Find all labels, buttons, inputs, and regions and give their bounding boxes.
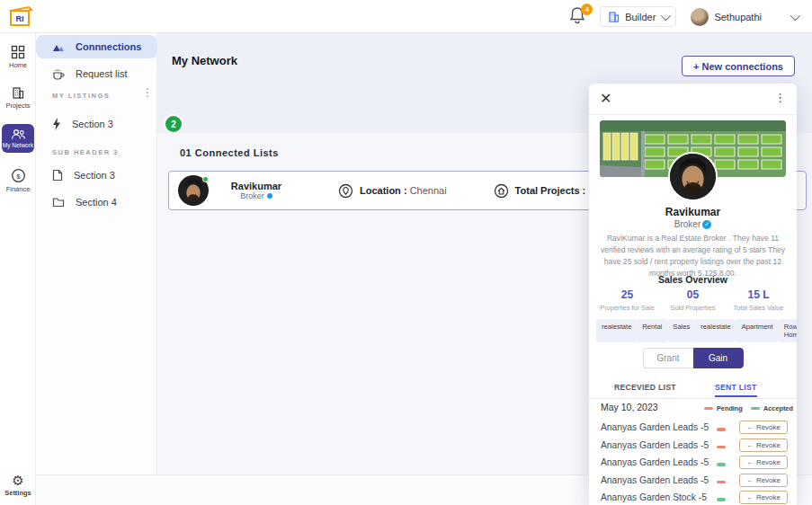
list-date: May 10, 2023 xyxy=(601,402,658,412)
tag-pill[interactable]: realestate xyxy=(695,319,736,342)
modal-kebab-icon[interactable]: ⋮ xyxy=(774,91,786,104)
broker-profile-modal: ✕ ⋮ xyxy=(589,84,797,505)
revoke-button[interactable]: ← Revoke xyxy=(739,491,788,504)
profile-avatar xyxy=(668,152,718,201)
sent-list-row: Ananyas Garden Leads -5 ← Revoke xyxy=(589,455,797,473)
sidebar-header-my-listings: MY LISTINGS xyxy=(52,92,110,100)
broker-name: Ravikumar xyxy=(218,181,295,191)
status-dash-icon xyxy=(717,428,726,431)
location-icon xyxy=(338,183,353,199)
rail-label-home: Home xyxy=(9,61,27,69)
sidebar-item-section3[interactable]: Section 3 xyxy=(36,112,157,136)
sidebar-label-request-list: Request list xyxy=(76,68,127,79)
my-listings-kebab-icon[interactable]: ⋮ xyxy=(142,87,153,98)
role-label: Builder xyxy=(625,12,656,22)
new-connections-button[interactable]: + New connections xyxy=(682,56,795,76)
modal-header: ✕ ⋮ xyxy=(589,84,797,115)
rail-item-finance[interactable]: $ Finance xyxy=(0,168,36,193)
tab-received-list[interactable]: RECEVIED LIST xyxy=(614,383,676,392)
sidebar-item-section4[interactable]: Section 4 xyxy=(36,190,157,214)
rail-item-my-network[interactable]: My Network xyxy=(2,124,34,153)
sidebar-label-section3b: Section 3 xyxy=(74,170,115,181)
user-avatar xyxy=(691,8,709,26)
dollar-circle-icon: $ xyxy=(11,168,26,183)
revoke-button[interactable]: ← Revoke xyxy=(739,421,788,434)
lightning-icon xyxy=(52,118,61,130)
section3-count-badge: 2 xyxy=(165,116,182,132)
projects-circle-icon xyxy=(494,183,509,199)
status-dash-icon xyxy=(717,463,726,466)
broker-location: Location : Chennai xyxy=(338,183,447,199)
list-tabs: RECEVIED LIST SENT LIST xyxy=(589,380,797,399)
legend-pending: Pending xyxy=(704,404,743,412)
secondary-sidebar: Connnections Request list MY LISTINGS ⋮ … xyxy=(36,33,157,474)
verified-dot-icon xyxy=(267,193,272,199)
back-arrow-icon: ← xyxy=(746,493,754,501)
rail-item-home[interactable]: Home xyxy=(0,45,36,69)
profile-role: Broker✓ xyxy=(589,219,797,229)
sidebar-item-request-list[interactable]: Request list xyxy=(36,62,157,85)
rail-label-settings: Settings xyxy=(4,489,31,497)
sent-list-row: Ananyas Garden Leads -5 ← Revoke xyxy=(589,473,797,491)
close-icon[interactable]: ✕ xyxy=(600,90,611,107)
building-icon xyxy=(608,11,620,22)
sidebar-label-section3: Section 3 xyxy=(72,119,113,129)
icon-rail: Home Projects My Network $ Finance ⚙ Set… xyxy=(0,33,36,505)
tag-pill[interactable]: Apartment xyxy=(736,319,779,342)
revoke-button[interactable]: ← Revoke xyxy=(739,439,788,452)
gear-icon: ⚙ xyxy=(12,474,23,487)
legend-accepted: Accepted xyxy=(751,404,793,412)
sidebar-item-section3b[interactable]: Section 3 xyxy=(36,164,157,187)
profile-description: RaviKumar is a Real Estate Broker . They… xyxy=(596,233,790,279)
gain-button[interactable]: Gain xyxy=(693,348,744,368)
home-grid-icon xyxy=(11,45,25,59)
top-header: RI 4 Builder Sethupathi xyxy=(0,0,812,33)
tag-pill[interactable]: realestate xyxy=(596,319,637,342)
sent-list: Ananyas Garden Leads -5 ← Revoke Ananyas… xyxy=(589,420,797,505)
rail-label-my-network: My Network xyxy=(3,142,33,148)
chevron-down-icon xyxy=(790,10,800,20)
date-legend-row: May 10, 2023 Pending Accepted xyxy=(589,400,797,416)
sidebar-item-connections[interactable]: Connnections xyxy=(36,35,157,58)
logo-text: RI xyxy=(16,14,24,23)
broker-total-projects: Total Projects : 112 xyxy=(494,183,604,199)
sales-stats: 25 Properties for Sale 05 Sold Propertie… xyxy=(594,288,791,312)
sidebar-label-connections: Connnections xyxy=(76,41,141,52)
file-icon xyxy=(52,169,63,182)
tag-pill[interactable]: Rental xyxy=(637,319,667,342)
revoke-button[interactable]: ← Revoke xyxy=(739,474,788,487)
status-dash-icon xyxy=(717,481,726,484)
tab-sent-list[interactable]: SENT LIST xyxy=(715,383,757,397)
stat-sold-properties: 05 Sold Properties xyxy=(660,288,726,312)
tag-pill[interactable]: Row Homes xyxy=(779,319,797,342)
sent-list-row: Ananyas Garden Leads -5 ← Revoke xyxy=(589,438,797,456)
tag-pill[interactable]: Sales xyxy=(667,319,695,342)
role-dropdown[interactable]: Builder xyxy=(600,6,676,27)
profile-name: Ravikumar xyxy=(589,206,797,218)
user-name: Sethupathi xyxy=(714,12,762,22)
user-menu[interactable]: Sethupathi xyxy=(685,4,803,30)
app-logo[interactable]: RI xyxy=(7,4,34,29)
sidebar-label-section4: Section 4 xyxy=(76,197,117,208)
broker-role: Broker xyxy=(240,191,264,200)
notifications-bell[interactable]: 4 xyxy=(569,6,591,28)
status-dash-icon xyxy=(717,498,726,501)
revoke-button[interactable]: ← Revoke xyxy=(739,456,788,469)
stat-properties-for-sale: 25 Properties for Sale xyxy=(594,288,660,312)
back-arrow-icon: ← xyxy=(746,476,754,484)
svg-text:$: $ xyxy=(16,173,21,181)
online-status-dot xyxy=(202,176,209,182)
chevron-down-icon xyxy=(661,10,671,20)
pending-dash-icon xyxy=(704,407,713,411)
tag-list: realestate Rental Sales realestate Apart… xyxy=(596,319,790,342)
rail-item-projects[interactable]: Projects xyxy=(0,85,36,110)
accepted-dash-icon xyxy=(751,407,760,411)
grant-button[interactable]: Grant xyxy=(643,348,693,368)
status-dash-icon xyxy=(717,446,726,449)
rail-item-settings[interactable]: ⚙ Settings xyxy=(0,474,36,497)
sent-list-row: Ananyas Garden Leads -5 ← Revoke xyxy=(589,420,797,438)
back-arrow-icon: ← xyxy=(746,423,754,431)
stat-total-sales-value: 15 L Total Sales Value xyxy=(726,288,791,312)
people-icon xyxy=(11,128,26,140)
rail-label-finance: Finance xyxy=(6,185,31,193)
